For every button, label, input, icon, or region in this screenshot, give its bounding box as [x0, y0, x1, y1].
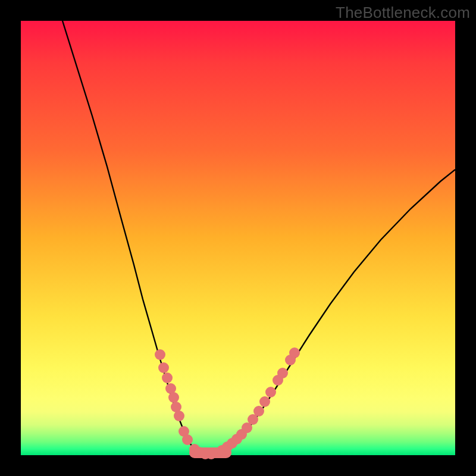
highlight-dot: [158, 362, 169, 373]
watermark-label: TheBottleneck.com: [336, 4, 470, 22]
highlight-dot: [162, 372, 173, 383]
highlight-dot: [259, 396, 270, 407]
chart-frame: TheBottleneck.com: [0, 0, 476, 476]
highlight-dot: [253, 406, 264, 416]
bottleneck-curve: [62, 21, 455, 455]
chart-svg: [21, 21, 455, 455]
highlight-dot: [168, 392, 179, 403]
highlight-dot: [174, 411, 184, 421]
highlight-dot: [182, 434, 193, 445]
highlight-dot: [277, 368, 288, 378]
highlight-dot: [155, 349, 165, 360]
highlight-dot: [289, 347, 300, 358]
highlight-dots-group: [155, 347, 300, 459]
plot-area: [21, 21, 455, 455]
highlight-dot: [265, 387, 276, 397]
